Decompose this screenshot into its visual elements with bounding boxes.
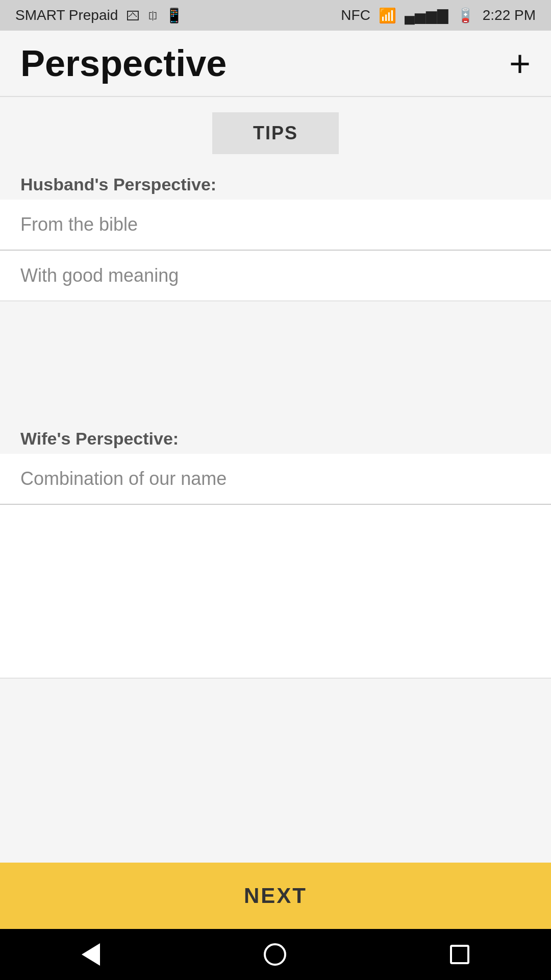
main-content: TIPS Husband's Perspective: Wife's Persp… bbox=[0, 97, 551, 863]
husband-field-1[interactable] bbox=[0, 200, 551, 250]
status-right: NFC 📶 ▄▅▆▇ 🪫 2:22 PM bbox=[341, 7, 536, 24]
next-button[interactable]: NEXT bbox=[0, 863, 551, 929]
back-icon[interactable] bbox=[82, 943, 100, 966]
carrier-text: SMART Prepaid bbox=[15, 7, 118, 23]
sim-icon: ⎅ bbox=[148, 7, 157, 23]
wifi-icon: 📶 bbox=[379, 7, 396, 24]
time-display: 2:22 PM bbox=[483, 7, 536, 23]
wife-field-1[interactable] bbox=[0, 454, 551, 504]
recents-icon[interactable] bbox=[450, 945, 469, 964]
signal-icon: ▄▅▆▇ bbox=[405, 7, 448, 24]
status-carrier: SMART Prepaid ⮹ ⎅ 📱 bbox=[15, 7, 183, 24]
page-title: Perspective bbox=[20, 42, 227, 84]
wife-section-label: Wife's Perspective: bbox=[0, 419, 551, 454]
status-bar: SMART Prepaid ⮹ ⎅ 📱 NFC 📶 ▄▅▆▇ 🪫 2:22 PM bbox=[0, 0, 551, 31]
nfc-icon: NFC bbox=[341, 7, 370, 23]
husband-field-2[interactable] bbox=[0, 251, 551, 301]
nav-bar bbox=[0, 929, 551, 980]
add-button[interactable]: + bbox=[509, 45, 531, 82]
battery-status-icon: 🪫 bbox=[457, 7, 474, 24]
home-icon[interactable] bbox=[264, 943, 286, 966]
husband-section-label: Husband's Perspective: bbox=[0, 164, 551, 200]
battery-icon: 📱 bbox=[165, 7, 183, 24]
section-gap bbox=[0, 301, 551, 316]
wife-section: Wife's Perspective: bbox=[0, 419, 551, 678]
header: Perspective + bbox=[0, 31, 551, 97]
wife-field-2-area[interactable] bbox=[0, 505, 551, 678]
empty-area-top bbox=[0, 316, 551, 419]
tips-container: TIPS bbox=[0, 97, 551, 164]
husband-section: Husband's Perspective: bbox=[0, 164, 551, 301]
usb-icon: ⮹ bbox=[126, 7, 140, 24]
tips-button[interactable]: TIPS bbox=[212, 112, 339, 154]
spacer bbox=[0, 678, 551, 863]
